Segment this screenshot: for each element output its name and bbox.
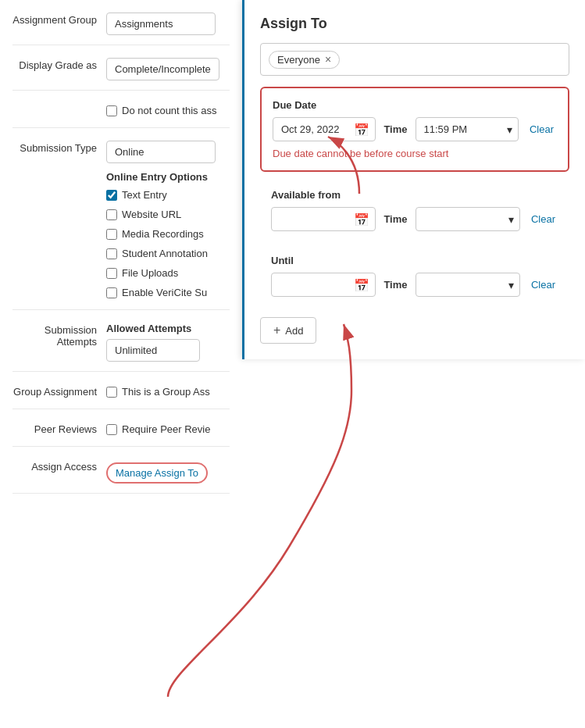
file-uploads-label: File Uploads (122, 267, 178, 279)
until-time-select[interactable]: 12:00 AM 11:59 PM (416, 273, 520, 297)
group-assign-checkbox-row[interactable]: This is a Group Ass (106, 384, 230, 399)
until-calendar-icon[interactable]: 📅 (354, 277, 369, 292)
online-entry-options: Text Entry Website URL Media Recordings (106, 187, 230, 300)
unlimited-value[interactable]: Unlimited (106, 339, 200, 362)
do-not-count-row: Do not count this ass (12, 91, 230, 128)
student-annotation-row[interactable]: Student Annotation (106, 246, 230, 261)
available-from-calendar-icon[interactable]: 📅 (354, 212, 369, 227)
until-time-label: Time (383, 279, 407, 291)
manage-assign-to-link[interactable]: Manage Assign To (106, 462, 208, 484)
peer-reviews-row: Peer Reviews Require Peer Revie (12, 409, 230, 447)
due-date-clear-button[interactable]: Clear (526, 123, 557, 135)
student-annotation-label: Student Annotation (122, 248, 208, 259)
available-from-time-row: 📅 Time 12:00 AM 11:59 PM ▾ Clear (271, 207, 558, 231)
due-time-wrap: 11:59 PM 12:00 AM 11:00 PM ▾ (416, 117, 519, 141)
available-time-wrap: 12:00 AM 11:59 PM ▾ (416, 207, 520, 231)
peer-review-checkbox-row[interactable]: Require Peer Revie (106, 422, 230, 437)
file-uploads-row[interactable]: File Uploads (106, 266, 230, 280)
submission-type-label: Submission Type (12, 137, 106, 154)
submission-attempts-row: Submission Attempts Allowed Attempts Unl… (12, 310, 230, 372)
peer-reviews-label: Peer Reviews (12, 419, 106, 435)
online-entry-label: Online Entry Options (106, 171, 230, 183)
submission-type-value[interactable]: Online (106, 141, 216, 163)
group-assign-text: This is a Group Ass (122, 386, 210, 398)
available-time-label: Time (383, 213, 407, 225)
due-time-label: Time (383, 123, 407, 135)
peer-review-text: Require Peer Revie (122, 423, 210, 435)
tag-label: Everyone (277, 54, 320, 66)
group-assign-checkbox[interactable] (106, 387, 117, 398)
vericite-checkbox[interactable] (106, 287, 117, 298)
available-time-select[interactable]: 12:00 AM 11:59 PM (416, 207, 520, 231)
do-not-count-checkbox[interactable] (106, 105, 117, 116)
tag-remove-icon[interactable]: × (325, 54, 331, 65)
due-date-error: Due date cannot be before course start (273, 148, 557, 159)
until-section: Until 📅 Time 12:00 AM 11:59 PM ▾ Clear (260, 244, 569, 308)
allowed-attempts-label: Allowed Attempts (106, 323, 230, 334)
do-not-count-checkbox-row[interactable]: Do not count this ass (106, 103, 230, 118)
until-time-row: 📅 Time 12:00 AM 11:59 PM ▾ Clear (271, 273, 558, 297)
available-from-section: Available from 📅 Time 12:00 AM 11:59 PM … (260, 178, 569, 242)
file-uploads-checkbox[interactable] (106, 268, 117, 279)
add-button[interactable]: + Add (260, 317, 316, 344)
assignment-group-value[interactable]: Assignments (106, 12, 216, 35)
display-grade-label: Display Grade as (12, 55, 106, 71)
until-label: Until (271, 255, 558, 266)
submission-attempts-label: Submission Attempts (12, 319, 106, 348)
display-grade-value[interactable]: Complete/Incomplete (106, 58, 219, 80)
until-time-wrap: 12:00 AM 11:59 PM ▾ (416, 273, 520, 297)
panel-title: Assign To (260, 16, 569, 32)
vericite-row[interactable]: Enable VeriCite Su (106, 285, 230, 300)
assign-access-label: Assign Access (12, 456, 106, 473)
media-recordings-checkbox[interactable] (106, 229, 117, 240)
add-label: Add (285, 325, 303, 337)
assignment-group-row: Assignment Group Assignments (12, 0, 230, 45)
assign-to-tag-box[interactable]: Everyone × (260, 43, 569, 76)
assignment-group-label: Assignment Group (12, 9, 106, 26)
website-url-row[interactable]: Website URL (106, 207, 230, 222)
do-not-count-label (12, 100, 106, 105)
group-assignment-label: Group Assignment (12, 381, 106, 398)
plus-icon: + (273, 323, 280, 337)
assign-access-row: Assign Access Manage Assign To (12, 447, 230, 494)
peer-review-checkbox[interactable] (106, 424, 117, 435)
until-input-wrap: 📅 (271, 273, 376, 297)
available-from-input-wrap: 📅 (271, 207, 376, 231)
group-assignment-row: Group Assignment This is a Group Ass (12, 372, 230, 409)
text-entry-checkbox[interactable] (106, 190, 117, 201)
available-from-label: Available from (271, 189, 558, 201)
everyone-tag[interactable]: Everyone × (269, 51, 340, 69)
due-date-label: Due Date (273, 99, 557, 111)
website-url-label: Website URL (122, 209, 181, 220)
due-time-select[interactable]: 11:59 PM 12:00 AM 11:00 PM (416, 117, 519, 141)
text-entry-row[interactable]: Text Entry (106, 187, 230, 202)
display-grade-row: Display Grade as Complete/Incomplete (12, 45, 230, 91)
due-date-calendar-icon[interactable]: 📅 (354, 122, 369, 137)
media-recordings-row[interactable]: Media Recordings (106, 227, 230, 241)
media-recordings-label: Media Recordings (122, 228, 204, 240)
available-from-clear-button[interactable]: Clear (528, 213, 558, 225)
assign-to-panel: Assign To Everyone × Due Date 📅 Time 11:… (242, 0, 585, 359)
submission-type-row: Submission Type Online Online Entry Opti… (12, 128, 230, 310)
until-clear-button[interactable]: Clear (528, 279, 558, 291)
text-entry-label: Text Entry (122, 189, 167, 201)
due-date-time-row: 📅 Time 11:59 PM 12:00 AM 11:00 PM ▾ Clea… (273, 117, 557, 141)
student-annotation-checkbox[interactable] (106, 248, 117, 259)
due-date-section: Due Date 📅 Time 11:59 PM 12:00 AM 11:00 … (260, 87, 569, 172)
due-date-input-wrap: 📅 (273, 117, 376, 141)
website-url-checkbox[interactable] (106, 209, 117, 220)
vericite-label: Enable VeriCite Su (122, 287, 207, 298)
do-not-count-text: Do not count this ass (122, 105, 216, 116)
